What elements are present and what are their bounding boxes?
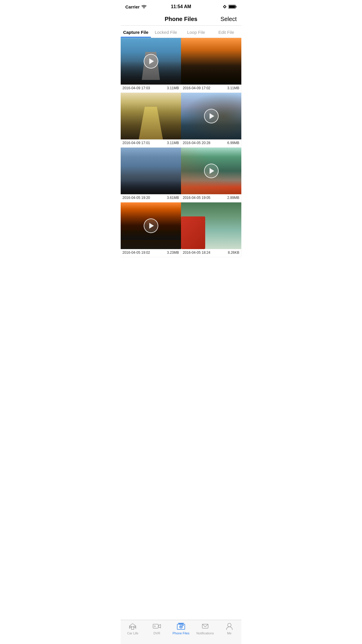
content-area: 2016-04-09 17:03 3.11MB 2016-04-09 17:02…	[121, 38, 241, 284]
file-date-7: 2016-04-05 18:24	[183, 251, 210, 255]
file-item-5[interactable]: 2016-04-05 19:05 2.89MB	[181, 148, 241, 202]
file-size-3: 6.99MB	[227, 141, 239, 145]
file-thumb-5	[181, 148, 241, 194]
file-info-7: 2016-04-05 18:24 8.26KB	[181, 249, 241, 257]
file-thumb-0	[121, 38, 181, 85]
file-info-0: 2016-04-09 17:03 3.11MB	[121, 85, 181, 93]
file-thumb-3	[181, 93, 241, 139]
file-date-3: 2016-04-05 20:28	[183, 141, 210, 145]
play-button-5[interactable]	[204, 164, 219, 178]
play-button-0[interactable]	[144, 54, 158, 69]
file-item-0[interactable]: 2016-04-09 17:03 3.11MB	[121, 38, 181, 93]
file-date-4: 2016-04-05 19:20	[122, 196, 150, 200]
play-button-6[interactable]	[144, 218, 158, 233]
file-size-0: 3.11MB	[167, 86, 179, 90]
tab-locked-file[interactable]: Locked File	[151, 26, 181, 38]
file-thumb-2	[121, 93, 181, 139]
file-info-3: 2016-04-05 20:28 6.99MB	[181, 139, 241, 148]
carrier-label: Carrier	[125, 4, 140, 9]
wifi-icon	[141, 5, 147, 9]
file-size-7: 8.26KB	[228, 251, 239, 255]
file-item-7[interactable]: 2016-04-05 18:24 8.26KB	[181, 202, 241, 257]
tabs: Capture File Locked File Loop File Edit …	[121, 26, 241, 38]
battery-icon	[229, 5, 237, 9]
file-date-0: 2016-04-09 17:03	[122, 86, 150, 90]
file-info-4: 2016-04-05 19:20 3.61MB	[121, 194, 181, 202]
file-info-1: 2016-04-09 17:02 3.11MB	[181, 85, 241, 93]
location-icon	[223, 5, 227, 9]
file-item-1[interactable]: 2016-04-09 17:02 3.11MB	[181, 38, 241, 93]
play-button-3[interactable]	[204, 109, 219, 123]
status-right	[223, 5, 237, 9]
file-size-6: 3.23MB	[167, 251, 179, 255]
file-item-2[interactable]: 2016-04-09 17:01 3.11MB	[121, 93, 181, 148]
status-time: 11:54 AM	[171, 4, 191, 9]
tab-capture-file[interactable]: Capture File	[121, 26, 151, 38]
file-date-5: 2016-04-05 19:05	[183, 196, 210, 200]
status-bar: Carrier 11:54 AM	[121, 0, 241, 13]
file-date-1: 2016-04-09 17:02	[183, 86, 210, 90]
status-left: Carrier	[125, 4, 147, 9]
file-info-6: 2016-04-05 19:02 3.23MB	[121, 249, 181, 257]
file-grid: 2016-04-09 17:03 3.11MB 2016-04-09 17:02…	[121, 38, 241, 257]
file-date-6: 2016-04-05 19:02	[122, 251, 150, 255]
tab-loop-file[interactable]: Loop File	[181, 26, 211, 38]
file-item-6[interactable]: 2016-04-05 19:02 3.23MB	[121, 202, 181, 257]
file-thumb-7	[181, 202, 241, 249]
file-size-1: 3.11MB	[227, 86, 239, 90]
svg-rect-1	[236, 6, 237, 8]
file-size-2: 3.11MB	[167, 141, 179, 145]
nav-title: Phone Files	[165, 16, 197, 22]
tab-edit-file[interactable]: Edit File	[211, 26, 242, 38]
nav-header: Phone Files Select	[121, 13, 241, 26]
select-button[interactable]: Select	[220, 16, 237, 22]
file-date-2: 2016-04-09 17:01	[122, 141, 150, 145]
file-size-5: 2.89MB	[227, 196, 239, 200]
file-thumb-6	[121, 202, 181, 249]
svg-rect-2	[229, 6, 235, 8]
file-item-3[interactable]: 2016-04-05 20:28 6.99MB	[181, 93, 241, 148]
file-thumb-4	[121, 148, 181, 194]
file-thumb-1	[181, 38, 241, 85]
file-info-2: 2016-04-09 17:01 3.11MB	[121, 139, 181, 148]
file-size-4: 3.61MB	[167, 196, 179, 200]
file-item-4[interactable]: 2016-04-05 19:20 3.61MB	[121, 148, 181, 202]
file-info-5: 2016-04-05 19:05 2.89MB	[181, 194, 241, 202]
